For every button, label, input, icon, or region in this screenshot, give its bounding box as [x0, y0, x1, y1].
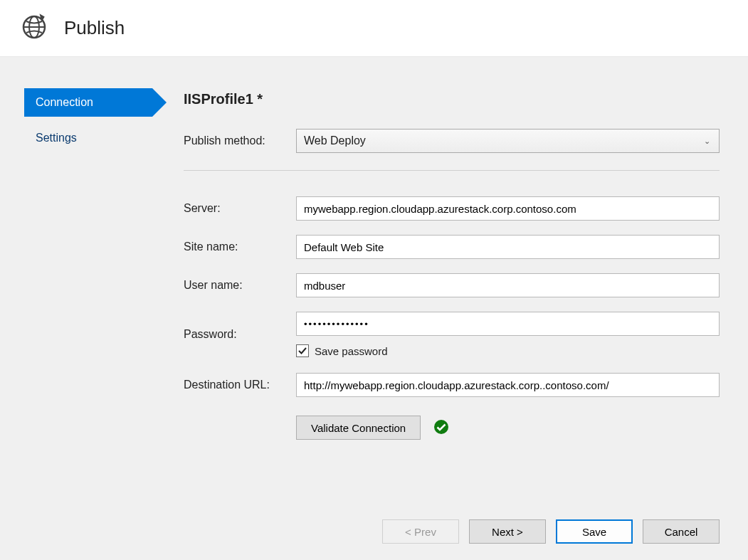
separator	[184, 170, 720, 171]
sidebar-item-connection[interactable]: Connection	[24, 88, 152, 117]
save-password-row: Save password	[296, 344, 720, 357]
sidebar: Connection Settings	[0, 88, 169, 560]
profile-title: IISProfile1 *	[184, 91, 720, 107]
save-button[interactable]: Save	[556, 519, 633, 544]
validate-row: Validate Connection	[184, 411, 720, 440]
site-name-row: Site name:	[184, 235, 720, 259]
publish-method-label: Publish method:	[184, 134, 296, 147]
publish-method-row: Publish method: Web Deploy ⌄	[184, 129, 720, 153]
publish-method-select[interactable]: Web Deploy ⌄	[296, 129, 720, 153]
header: Publish	[0, 0, 748, 56]
footer-buttons: < Prev Next > Save Cancel	[382, 519, 720, 544]
site-name-input[interactable]	[296, 235, 720, 259]
destination-url-label: Destination URL:	[184, 379, 296, 391]
next-button[interactable]: Next >	[469, 519, 546, 544]
user-name-row: User name:	[184, 273, 720, 297]
server-input[interactable]	[296, 196, 720, 221]
user-name-label: User name:	[184, 279, 296, 292]
destination-url-row: Destination URL:	[184, 373, 720, 397]
validation-success-icon	[433, 419, 449, 437]
server-row: Server:	[184, 196, 720, 221]
publish-globe-icon	[20, 13, 48, 43]
sidebar-item-settings[interactable]: Settings	[24, 124, 169, 152]
password-input[interactable]	[296, 312, 720, 336]
prev-button[interactable]: < Prev	[382, 519, 459, 544]
server-label: Server:	[184, 202, 296, 215]
save-password-checkbox[interactable]	[296, 344, 309, 357]
validate-connection-button[interactable]: Validate Connection	[296, 416, 421, 440]
site-name-label: Site name:	[184, 241, 296, 253]
password-row: Password: Save password	[184, 312, 720, 357]
user-name-input[interactable]	[296, 273, 720, 297]
svg-point-3	[434, 420, 448, 434]
destination-url-input[interactable]	[296, 373, 720, 397]
password-label: Password:	[184, 328, 296, 341]
cancel-button[interactable]: Cancel	[643, 519, 720, 544]
publish-method-value: Web Deploy	[304, 134, 366, 147]
sidebar-item-label: Settings	[36, 132, 77, 144]
sidebar-item-label: Connection	[36, 96, 93, 108]
save-password-label: Save password	[315, 345, 388, 357]
chevron-down-icon: ⌄	[704, 137, 710, 146]
page-title: Publish	[64, 17, 125, 39]
body-area: Connection Settings IISProfile1 * Publis…	[0, 56, 748, 560]
main-panel: IISProfile1 * Publish method: Web Deploy…	[169, 88, 748, 560]
